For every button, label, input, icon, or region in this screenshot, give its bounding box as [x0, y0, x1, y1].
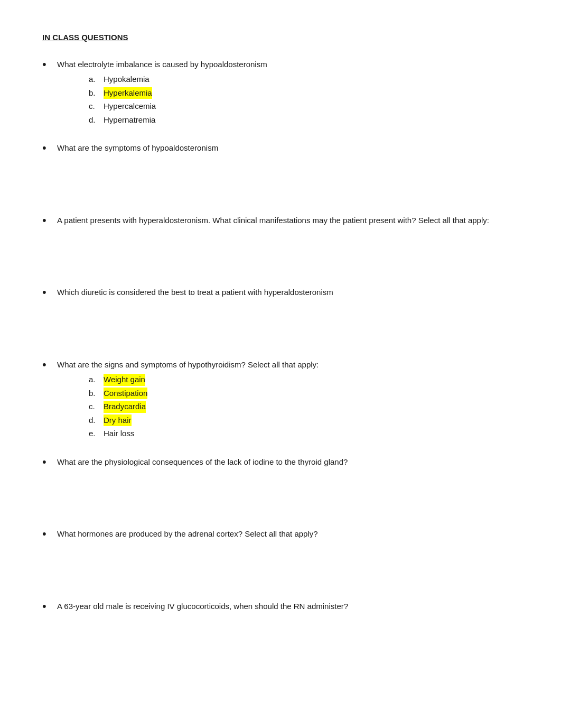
bullet-icon: • [42, 141, 53, 155]
list-item: •What are the physiological consequences… [42, 456, 519, 514]
sub-item-label: b. [89, 87, 104, 99]
list-item: •What are the signs and symptoms of hypo… [42, 359, 519, 441]
sub-item-text: Weight gain [104, 374, 145, 386]
sub-item-text: Hair loss [104, 428, 134, 440]
sub-list-item: c.Hypercalcemia [89, 100, 519, 113]
sub-list: a.Weight gainb.Constipationc.Bradycardia… [89, 374, 519, 440]
sub-item-text: Hypokalemia [104, 73, 149, 86]
question-text: What are the signs and symptoms of hypot… [57, 359, 519, 371]
page-title: IN CLASS QUESTIONS [42, 32, 519, 44]
sub-item-label: a. [89, 374, 104, 386]
sub-list-item: d.Dry hair [89, 414, 519, 427]
list-item: •Which diuretic is considered the best t… [42, 287, 519, 344]
sub-item-label: d. [89, 414, 104, 427]
sub-item-label: a. [89, 73, 104, 86]
question-content: What are the physiological consequences … [57, 456, 519, 514]
sub-list-item: a.Weight gain [89, 374, 519, 386]
list-item: •A patient presents with hyperaldosteron… [42, 215, 519, 272]
sub-item-text: Hypercalcemia [104, 100, 156, 113]
question-text: What hormones are produced by the adrena… [57, 528, 519, 540]
sub-list-item: e.Hair loss [89, 428, 519, 440]
sub-list-item: a.Hypokalemia [89, 73, 519, 86]
sub-item-label: d. [89, 114, 104, 126]
question-list: •What electrolyte imbalance is caused by… [42, 59, 519, 658]
sub-list-item: b.Constipation [89, 388, 519, 400]
question-text: What electrolyte imbalance is caused by … [57, 59, 519, 71]
question-content: A patient presents with hyperaldosteroni… [57, 215, 519, 272]
question-content: What hormones are produced by the adrena… [57, 528, 519, 586]
bullet-icon: • [42, 455, 53, 469]
sub-item-label: e. [89, 428, 104, 440]
sub-list-item: c.Bradycardia [89, 401, 519, 413]
bullet-icon: • [42, 58, 53, 71]
sub-item-text: Hyperkalemia [104, 87, 152, 99]
sub-list-item: d.Hypernatremia [89, 114, 519, 126]
bullet-icon: • [42, 358, 53, 372]
question-content: What electrolyte imbalance is caused by … [57, 59, 519, 128]
bullet-icon: • [42, 214, 53, 227]
bullet-icon: • [42, 527, 53, 541]
sub-item-text: Constipation [104, 388, 147, 400]
question-content: What are the symptoms of hypoaldosteroni… [57, 142, 519, 200]
sub-item-label: c. [89, 401, 104, 413]
question-text: What are the physiological consequences … [57, 456, 519, 468]
question-content: Which diuretic is considered the best to… [57, 287, 519, 344]
question-text: What are the symptoms of hypoaldosteroni… [57, 142, 519, 154]
sub-item-text: Bradycardia [104, 401, 146, 413]
list-item: •A 63-year old male is receiving IV gluc… [42, 601, 519, 658]
sub-item-label: c. [89, 100, 104, 113]
sub-item-text: Dry hair [104, 414, 132, 427]
question-content: What are the signs and symptoms of hypot… [57, 359, 519, 441]
question-text: A 63-year old male is receiving IV gluco… [57, 601, 519, 613]
question-content: A 63-year old male is receiving IV gluco… [57, 601, 519, 658]
sub-list-item: b.Hyperkalemia [89, 87, 519, 99]
list-item: •What electrolyte imbalance is caused by… [42, 59, 519, 128]
bullet-icon: • [42, 285, 53, 299]
list-item: •What are the symptoms of hypoaldosteron… [42, 142, 519, 200]
bullet-icon: • [42, 600, 53, 613]
list-item: •What hormones are produced by the adren… [42, 528, 519, 586]
question-text: A patient presents with hyperaldosteroni… [57, 215, 519, 227]
sub-item-text: Hypernatremia [104, 114, 155, 126]
sub-list: a.Hypokalemiab.Hyperkalemiac.Hypercalcem… [89, 73, 519, 126]
question-text: Which diuretic is considered the best to… [57, 287, 519, 299]
sub-item-label: b. [89, 388, 104, 400]
